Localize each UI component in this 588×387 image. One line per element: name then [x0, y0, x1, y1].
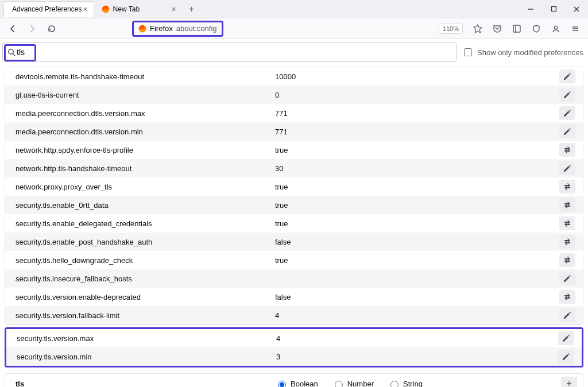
pref-name: security.tls.version.min [17, 353, 276, 361]
toggle-icon [563, 292, 572, 301]
pref-value: 0 [275, 91, 558, 99]
zoom-indicator[interactable]: 110% [439, 24, 463, 34]
sidebar-button[interactable] [509, 21, 525, 37]
pref-action-button[interactable] [559, 235, 575, 249]
pencil-icon [562, 334, 571, 343]
add-pref-name: tls [16, 380, 275, 388]
add-pref-button[interactable]: + [561, 377, 577, 387]
pref-name: security.tls.enable_0rtt_data [16, 201, 275, 210]
pref-row: media.peerconnection.dtls.version.min771 [5, 122, 583, 141]
pocket-button[interactable] [489, 21, 505, 37]
tab-title: New Tab [113, 5, 171, 13]
pref-name: security.tls.hello_downgrade_check [16, 256, 275, 265]
pref-row: network.proxy.proxy_over_tlstrue [5, 177, 583, 196]
pref-name: security.tls.enable_delegated_credential… [16, 219, 275, 228]
window-maximize-button[interactable] [542, 0, 565, 18]
pref-row: security.tls.version.fallback-limit4 [5, 306, 583, 324]
pref-row: security.tls.version.min3 [6, 347, 582, 366]
pencil-icon [563, 127, 572, 136]
pref-action-button[interactable] [558, 331, 574, 345]
pencil-icon [563, 72, 572, 81]
pref-action-button[interactable] [559, 106, 575, 120]
pref-name: gl.use-tls-is-current [16, 91, 275, 99]
type-radio-number[interactable]: Number [332, 379, 374, 388]
firefox-icon [138, 25, 146, 33]
pref-action-button[interactable] [559, 216, 575, 230]
nav-toolbar: Firefox about:config 110% [0, 18, 588, 39]
config-search-input[interactable] [16, 47, 452, 57]
toggle-icon [563, 237, 572, 246]
forward-button[interactable] [24, 21, 40, 37]
tab-close-button[interactable]: × [170, 5, 177, 13]
pref-action-button[interactable] [559, 198, 575, 212]
pref-row: security.tls.enable_post_handshake_authf… [5, 233, 583, 251]
pref-action-button[interactable] [558, 350, 574, 363]
pref-name: security.tls.version.max [17, 334, 276, 343]
reload-button[interactable] [44, 21, 60, 37]
account-button[interactable] [548, 21, 564, 37]
pref-action-button[interactable] [559, 88, 575, 102]
type-radio-input[interactable] [278, 381, 286, 388]
new-tab-button[interactable]: + [185, 4, 199, 14]
toggle-icon [563, 256, 572, 265]
pref-name: network.http.spdy.enforce-tls-profile [16, 146, 275, 154]
pref-name: network.proxy.proxy_over_tls [16, 183, 275, 191]
pref-action-button[interactable] [559, 272, 575, 285]
pref-action-button[interactable] [559, 290, 575, 304]
pencil-icon [562, 352, 571, 361]
config-search-row: Show only modified preferences [0, 39, 588, 67]
pref-row: gl.use-tls-is-current0 [5, 86, 583, 104]
pref-name: security.tls.enable_post_handshake_auth [16, 238, 275, 246]
toggle-icon [563, 145, 572, 154]
show-modified-checkbox[interactable]: Show only modified preferences [462, 47, 583, 58]
pref-name: security.tls.version.fallback-limit [16, 311, 275, 320]
pref-action-button[interactable] [559, 161, 575, 175]
pref-name: media.peerconnection.dtls.version.min [16, 127, 275, 136]
bookmark-star-button[interactable] [470, 21, 486, 37]
browser-tab-active[interactable]: Advanced Preferences × [3, 1, 94, 17]
pref-action-button[interactable] [559, 180, 575, 194]
pref-value: 4 [276, 334, 556, 343]
type-radio-string[interactable]: String [388, 379, 423, 388]
url-path: about:config [176, 24, 217, 33]
pref-value: 30 [275, 164, 558, 173]
add-pref-row: tls Boolean Number String + [5, 373, 583, 387]
pref-name: devtools.remote.tls-handshake-timeout [16, 72, 275, 81]
window-minimize-button[interactable] [519, 0, 542, 18]
url-bar[interactable]: Firefox about:config [132, 21, 223, 37]
svg-rect-7 [513, 25, 520, 32]
config-search-box[interactable] [2, 42, 457, 62]
pencil-icon [563, 274, 572, 283]
pref-value: 3 [276, 353, 556, 361]
pencil-icon [563, 90, 572, 99]
pref-name: security.tls.version.enable-deprecated [16, 293, 275, 301]
pref-action-button[interactable] [559, 143, 575, 157]
app-menu-button[interactable] [567, 21, 583, 37]
pencil-icon [563, 109, 572, 118]
type-radio-input[interactable] [390, 381, 399, 388]
svg-rect-4 [551, 7, 556, 11]
window-controls [519, 0, 588, 18]
type-radio-label: Boolean [291, 380, 318, 388]
show-modified-input[interactable] [464, 48, 472, 56]
type-radio-boolean[interactable]: Boolean [275, 379, 318, 388]
pref-action-button[interactable] [559, 253, 575, 267]
pref-action-button[interactable] [559, 69, 575, 83]
pref-row: security.tls.hello_downgrade_checktrue [5, 251, 583, 269]
shield-button[interactable] [528, 21, 544, 37]
pref-value: false [275, 293, 558, 301]
pref-action-button[interactable] [559, 125, 575, 138]
window-close-button[interactable] [565, 0, 588, 18]
pref-value: 771 [275, 127, 558, 136]
pref-name: network.http.tls-handshake-timeout [16, 164, 275, 173]
pref-value: true [275, 256, 558, 265]
type-radio-label: Number [347, 380, 374, 388]
type-radio-input[interactable] [335, 381, 343, 388]
pref-action-button[interactable] [559, 308, 575, 322]
pref-value: 4 [275, 311, 558, 320]
tab-close-button[interactable]: × [82, 5, 88, 13]
svg-point-9 [554, 26, 557, 29]
back-button[interactable] [5, 21, 21, 37]
pref-value: false [275, 238, 558, 246]
browser-tab[interactable]: New Tab × [96, 1, 183, 17]
